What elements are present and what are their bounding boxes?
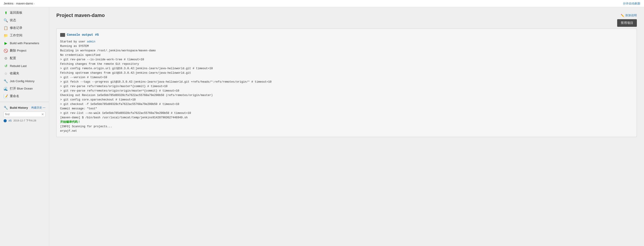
build-history-section: 🔧 Build History 构建历史 — — [0, 104, 49, 111]
console-line: Started by user admin — [60, 39, 633, 44]
sidebar-item-label-rebuild-last: Rebuild Last — [10, 64, 26, 68]
add-description-link[interactable]: ✏️ 添加说明 — [621, 13, 637, 17]
autorefresh-link[interactable]: 分许自动刷新 — [623, 1, 640, 5]
sidebar-item-label-favorites: 收藏夹 — [10, 71, 19, 75]
sidebar-item-status[interactable]: 🔍状态 — [0, 16, 49, 24]
rebuild-icon: ↺ — [4, 64, 8, 68]
sidebar-item-open-blue-ocean[interactable]: 🌊打开 Blue Ocean — [0, 85, 49, 92]
watermark: eryajf.net — [60, 129, 633, 133]
sidebar-item-favorites[interactable]: ☆收藏夹 — [0, 70, 49, 77]
console-title: Console output #5 — [60, 32, 633, 37]
build-list: #52019-12-7 下午6:28 — [0, 118, 49, 123]
build-status-icon — [4, 119, 7, 122]
disable-project-button[interactable]: 禁用项目 — [617, 19, 637, 27]
sidebar-item-delete-project[interactable]: 🚫删除 Project — [0, 47, 49, 54]
sidebar-item-label-open-blue-ocean: 打开 Blue Ocean — [10, 87, 33, 91]
console-line: > git config remote.origin.url git@10.3.… — [60, 66, 633, 71]
sidebar-item-label-back-to-panel: 返回面板 — [10, 11, 22, 15]
project-crumb[interactable]: maven-damo — [16, 2, 33, 5]
note-icon: 📋 — [4, 26, 8, 30]
topbar: Jenkins › maven-damo › 分许自动刷新 — [0, 0, 644, 7]
console-line: > git rev-parse --is-inside-work-tree # … — [60, 57, 633, 62]
console-line: No credentials specified — [60, 53, 633, 57]
build-date: 2019-12-7 下午6:28 — [14, 119, 36, 122]
sidebar-item-build-with-params[interactable]: ▶Build with Parameters — [0, 39, 49, 47]
breadcrumb: Jenkins › maven-damo › — [4, 2, 35, 5]
sidebar-item-job-config-history[interactable]: 🔧Job Config History — [0, 77, 49, 85]
sidebar-item-label-build-with-params: Build with Parameters — [10, 41, 39, 45]
arrow-up-icon: ⬆ — [4, 10, 8, 15]
console-line: Building in workspace /root/.jenkins/wor… — [60, 48, 633, 53]
sidebar-item-back-to-panel[interactable]: ⬆返回面板 — [0, 9, 49, 16]
sidebar-item-label-change-log: 修改记录 — [10, 26, 22, 30]
sidebar-item-rebuild-last[interactable]: ↺Rebuild Last — [0, 62, 49, 70]
sidebar-item-label-job-config-history: Job Config History — [10, 80, 34, 83]
build-history-link[interactable]: 构建历史 — — [31, 106, 46, 110]
sidebar-item-rename[interactable]: 📝重命名 — [0, 92, 49, 100]
ocean-icon: 🌊 — [4, 86, 8, 91]
sidebar-item-label-config: 配置 — [10, 56, 16, 60]
console-line: [INFO] Scanning for projects... — [60, 124, 633, 129]
console-panel: Console output #5 Started by user adminR… — [56, 29, 637, 137]
sidebar-item-change-log[interactable]: 📋修改记录 — [0, 24, 49, 32]
edit-icon: ✏️ — [621, 14, 624, 17]
console-line: [maven-damo] $ /bin/bash /usr/local/tomc… — [60, 116, 633, 120]
console-line: > git --version # timeout=10 — [60, 75, 633, 80]
console-line: 开始编译代码！ — [60, 120, 633, 124]
page-title: Project maven-damo — [56, 12, 105, 18]
find-input-wrapper: ✕ — [0, 111, 49, 118]
rename-icon: 📝 — [4, 94, 8, 99]
main-layout: ⬆返回面板🔍状态📋修改记录📁工作空间▶Build with Parameters… — [0, 7, 644, 246]
console-terminal-icon — [60, 33, 65, 37]
sidebar-item-config[interactable]: ⚙配置 — [0, 54, 49, 62]
content-wrapper: Project maven-damo ✏️ 添加说明 禁用项目 Console … — [56, 12, 637, 137]
history-icon: 🔧 — [4, 79, 8, 83]
sidebar-item-label-workspace: 工作空间 — [10, 33, 22, 37]
console-output-link[interactable]: Console output #5 — [67, 32, 99, 37]
console-line: Checking out Revision 1e5e5bb785d89328cf… — [60, 93, 633, 98]
sidebar-item-label-status: 状态 — [10, 18, 16, 22]
console-line: > git rev-parse refs/remotes/origin/mast… — [60, 84, 633, 89]
sidebar-items: ⬆返回面板🔍状态📋修改记录📁工作空间▶Build with Parameters… — [0, 9, 49, 100]
find-clear-icon[interactable]: ✕ — [41, 113, 44, 116]
add-description-label: 添加说明 — [625, 13, 637, 17]
sidebar: ⬆返回面板🔍状态📋修改记录📁工作空间▶Build with Parameters… — [0, 7, 49, 246]
sidebar-divider — [0, 102, 49, 102]
breadcrumb-sep-2: › — [34, 2, 35, 5]
star-icon: ☆ — [4, 71, 8, 76]
build-history-icon: 🔧 — [4, 106, 8, 110]
console-line: > git rev-list --no-walk 1e5e5bb785d8932… — [60, 111, 633, 116]
console-line: Fetching upstream changes from git@10.3.… — [60, 71, 633, 75]
folder-icon: 📁 — [4, 33, 8, 38]
sidebar-item-workspace[interactable]: 📁工作空间 — [0, 32, 49, 39]
breadcrumb-sep-1: › — [14, 2, 15, 5]
build-history-title: Build History — [10, 106, 28, 109]
console-line: > git fetch --tags --progress git@10.3.0… — [60, 80, 633, 84]
sidebar-item-label-rename: 重命名 — [10, 94, 19, 98]
delete-icon: 🚫 — [4, 48, 8, 53]
admin-link[interactable]: admin — [87, 40, 96, 43]
build-icon: ▶ — [4, 41, 8, 45]
console-line: > git checkout -f 1e5e5bb785d89328cfa762… — [60, 102, 633, 107]
console-line: > git config core.sparsecheckout # timeo… — [60, 98, 633, 102]
find-input[interactable] — [4, 112, 46, 117]
console-line: Commit message: "test" — [60, 107, 633, 111]
gear-icon: ⚙ — [4, 56, 8, 60]
console-line: Fetching changes from the remote Git rep… — [60, 62, 633, 66]
build-number-link[interactable]: #5 — [8, 119, 12, 122]
console-line: > git rev-parse refs/remotes/origin/orig… — [60, 89, 633, 93]
jenkins-crumb[interactable]: Jenkins — [4, 2, 14, 5]
sidebar-item-label-delete-project: 删除 Project — [10, 49, 26, 53]
console-body: Started by user adminRunning as SYSTEMBu… — [60, 39, 633, 129]
search-icon: 🔍 — [4, 18, 8, 22]
content-area: Project maven-damo ✏️ 添加说明 禁用项目 Console … — [49, 7, 644, 246]
build-list-item: #52019-12-7 下午6:28 — [0, 118, 49, 123]
console-line: Running as SYSTEM — [60, 44, 633, 48]
